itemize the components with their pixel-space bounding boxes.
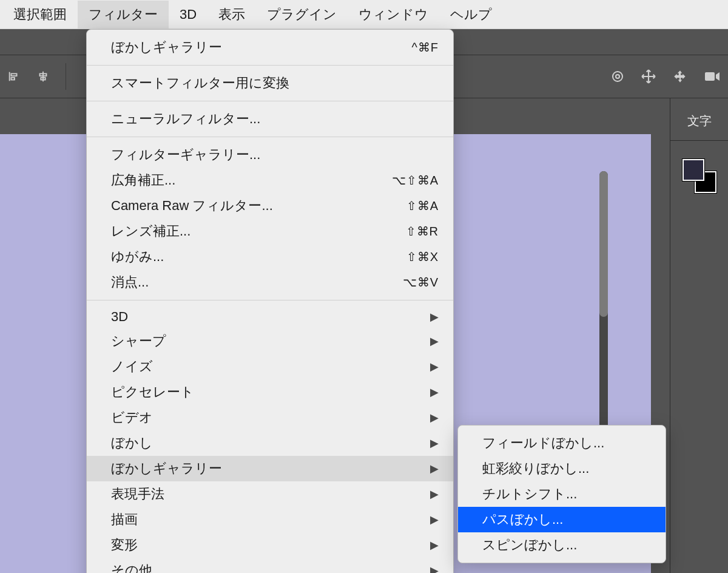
- filter-stylize[interactable]: 表現手法 ▶: [87, 481, 453, 507]
- menu-label: 消点...: [111, 273, 403, 291]
- menu-label: 表現手法: [111, 485, 430, 503]
- svg-point-7: [616, 75, 619, 78]
- filter-vanishing-point[interactable]: 消点... ⌥⌘V: [87, 270, 453, 295]
- color-swatches: [670, 141, 728, 211]
- menu-label: スマートフィルター用に変換: [111, 74, 439, 92]
- menu-shortcut: ⇧⌘R: [406, 224, 439, 239]
- filter-neural[interactable]: ニューラルフィルター...: [87, 106, 453, 132]
- chevron-right-icon: ▶: [430, 564, 439, 573]
- filter-render[interactable]: 描画 ▶: [87, 507, 453, 532]
- menu-view[interactable]: 表示: [207, 1, 256, 29]
- filter-convert-smart[interactable]: スマートフィルター用に変換: [87, 70, 453, 96]
- filter-sharpen[interactable]: シャープ ▶: [87, 328, 453, 354]
- filter-3d[interactable]: 3D ▶: [87, 305, 453, 328]
- menu-plugin[interactable]: プラグイン: [256, 1, 348, 29]
- menu-label: ぼかしギャラリー: [111, 459, 430, 478]
- align-left-icon[interactable]: [7, 70, 21, 83]
- chevron-right-icon: ▶: [430, 360, 439, 373]
- blur-gallery-submenu: フィールドぼかし... 虹彩絞りぼかし... チルトシフト... パスぼかし..…: [457, 425, 666, 563]
- filter-gallery[interactable]: フィルターギャラリー...: [87, 142, 453, 168]
- filter-dropdown: ぼかしギャラリー ^⌘F スマートフィルター用に変換 ニューラルフィルター...…: [86, 29, 454, 573]
- submenu-tilt-shift[interactable]: チルトシフト...: [458, 481, 666, 507]
- camera-icon[interactable]: [704, 70, 721, 83]
- menu-shortcut: ⌥⌘V: [403, 275, 439, 290]
- svg-point-6: [613, 72, 622, 81]
- filter-video[interactable]: ビデオ ▶: [87, 405, 453, 430]
- submenu-path-blur[interactable]: パスぼかし...: [458, 507, 666, 532]
- filter-other[interactable]: その他 ▶: [87, 558, 453, 573]
- menu-shortcut: ⇧⌘A: [406, 198, 439, 213]
- filter-last[interactable]: ぼかしギャラリー ^⌘F: [87, 35, 453, 60]
- chevron-right-icon: ▶: [430, 334, 439, 348]
- svg-rect-1: [11, 73, 16, 76]
- target-icon[interactable]: [610, 69, 625, 84]
- menu-label: ゆがみ...: [111, 248, 406, 266]
- chevron-right-icon: ▶: [430, 310, 439, 324]
- svg-rect-8: [705, 72, 715, 81]
- chevron-right-icon: ▶: [430, 513, 439, 526]
- menu-label: 広角補正...: [111, 171, 392, 189]
- menu-label: ビデオ: [111, 409, 430, 427]
- panel-tab-character[interactable]: 文字: [670, 98, 728, 141]
- menubar: 選択範囲 フィルター 3D 表示 プラグイン ウィンドウ ヘルプ: [0, 0, 728, 29]
- filter-liquify[interactable]: ゆがみ... ⇧⌘X: [87, 244, 453, 270]
- menu-label: シャープ: [111, 332, 430, 350]
- fg-bg-swatch[interactable]: [682, 159, 716, 193]
- toolbar-separator: [66, 63, 66, 90]
- menu-window[interactable]: ウィンドウ: [348, 1, 439, 29]
- menu-label: 描画: [111, 510, 430, 529]
- menu-label: ノイズ: [111, 358, 430, 376]
- menu-label: ぼかし: [111, 434, 430, 452]
- menu-label: その他: [111, 561, 430, 573]
- menu-separator: [87, 65, 453, 66]
- transform-icon[interactable]: [672, 69, 688, 84]
- filter-camera-raw[interactable]: Camera Raw フィルター... ⇧⌘A: [87, 193, 453, 219]
- filter-noise[interactable]: ノイズ ▶: [87, 354, 453, 379]
- submenu-field-blur[interactable]: フィールドぼかし...: [458, 430, 666, 456]
- menu-label: レンズ補正...: [111, 222, 406, 240]
- chevron-right-icon: ▶: [430, 411, 439, 424]
- menu-shortcut: ⌥⇧⌘A: [392, 173, 439, 188]
- menu-label: ニューラルフィルター...: [111, 110, 439, 128]
- menu-separator: [87, 101, 453, 101]
- filter-distort[interactable]: 変形 ▶: [87, 532, 453, 558]
- chevron-right-icon: ▶: [430, 538, 439, 552]
- menu-help[interactable]: ヘルプ: [439, 1, 503, 29]
- filter-blur-gallery[interactable]: ぼかしギャラリー ▶: [87, 456, 453, 481]
- menu-label: フィルターギャラリー...: [111, 146, 439, 164]
- submenu-iris-blur[interactable]: 虹彩絞りぼかし...: [458, 456, 666, 481]
- menu-shortcut: ^⌘F: [411, 40, 439, 55]
- menu-label: 変形: [111, 536, 430, 554]
- filter-wide-angle[interactable]: 広角補正... ⌥⇧⌘A: [87, 168, 453, 193]
- menu-separator: [87, 300, 453, 300]
- scrollbar-thumb[interactable]: [599, 171, 608, 317]
- menu-label: ピクセレート: [111, 383, 430, 401]
- menu-label: 3D: [111, 309, 430, 325]
- chevron-right-icon: ▶: [430, 462, 439, 475]
- menu-3d[interactable]: 3D: [169, 2, 207, 27]
- menu-label: Camera Raw フィルター...: [111, 197, 406, 215]
- align-center-icon[interactable]: [36, 70, 50, 83]
- filter-lens-correction[interactable]: レンズ補正... ⇧⌘R: [87, 219, 453, 244]
- filter-pixelate[interactable]: ピクセレート ▶: [87, 379, 453, 405]
- menu-filter[interactable]: フィルター: [78, 1, 169, 29]
- chevron-right-icon: ▶: [430, 487, 439, 501]
- menu-shortcut: ⇧⌘X: [406, 249, 439, 264]
- right-panel: 文字: [670, 98, 728, 573]
- foreground-swatch[interactable]: [682, 159, 704, 181]
- svg-rect-2: [11, 78, 15, 80]
- chevron-right-icon: ▶: [430, 385, 439, 399]
- menu-separator: [87, 137, 453, 137]
- submenu-spin-blur[interactable]: スピンぼかし...: [458, 532, 666, 558]
- menu-label: ぼかしギャラリー: [111, 38, 411, 56]
- chevron-right-icon: ▶: [430, 436, 439, 450]
- menu-select[interactable]: 選択範囲: [2, 1, 78, 29]
- filter-blur[interactable]: ぼかし ▶: [87, 430, 453, 456]
- move-icon[interactable]: [641, 69, 656, 84]
